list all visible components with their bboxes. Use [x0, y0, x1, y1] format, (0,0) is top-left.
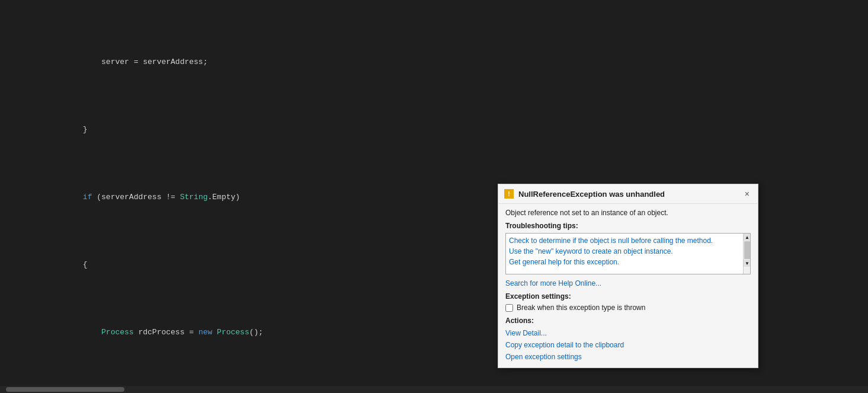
tips-scroll-down[interactable]: ▼ [744, 260, 751, 267]
checkbox-label: Break when this exception type is thrown [517, 303, 645, 312]
checkbox-row: Break when this exception type is thrown [505, 303, 751, 312]
action-open-settings[interactable]: Open exception settings [505, 351, 751, 363]
tip-item-1[interactable]: Check to determine if the object is null… [509, 235, 747, 246]
popup-title: NullReferenceException was unhandled [518, 190, 665, 199]
exception-popup: ! NullReferenceException was unhandled ×… [498, 184, 758, 368]
exception-settings-header: Exception settings: [505, 292, 751, 301]
actions-header: Actions: [505, 317, 751, 325]
tips-box: Check to determine if the object is null… [505, 233, 751, 274]
popup-subtitle: Object reference not set to an instance … [505, 209, 751, 217]
tip-item-3[interactable]: Get general help for this exception. [509, 257, 747, 267]
horizontal-scrollbar[interactable] [0, 386, 868, 393]
tips-scrollbar[interactable]: ▲ ▼ [743, 234, 750, 274]
troubleshoot-header: Troubleshooting tips: [505, 222, 751, 230]
action-view-detail[interactable]: View Detail... [505, 327, 751, 339]
tips-scroll-up[interactable]: ▲ [744, 234, 751, 241]
scrollbar-thumb[interactable] [6, 387, 124, 392]
tip-item-2[interactable]: Use the "new" keyword to create an objec… [509, 246, 747, 257]
action-copy-exception[interactable]: Copy exception detail to the clipboard [505, 339, 751, 351]
code-line: server = serverAddress; [6, 45, 868, 79]
popup-body: Object reference not set to an instance … [498, 204, 758, 368]
tips-scroll-thumb[interactable] [744, 241, 750, 259]
popup-header: ! NullReferenceException was unhandled × [498, 184, 758, 204]
popup-header-left: ! NullReferenceException was unhandled [504, 189, 665, 199]
warning-icon: ! [504, 189, 514, 199]
code-line: } [6, 113, 868, 146]
search-online-link[interactable]: Search for more Help Online... [505, 279, 751, 287]
break-checkbox[interactable] [505, 304, 513, 312]
popup-close-button[interactable]: × [742, 190, 752, 198]
tips-list: Check to determine if the object is null… [506, 234, 750, 269]
code-editor: server = serverAddress; } if (serverAddr… [0, 0, 868, 393]
